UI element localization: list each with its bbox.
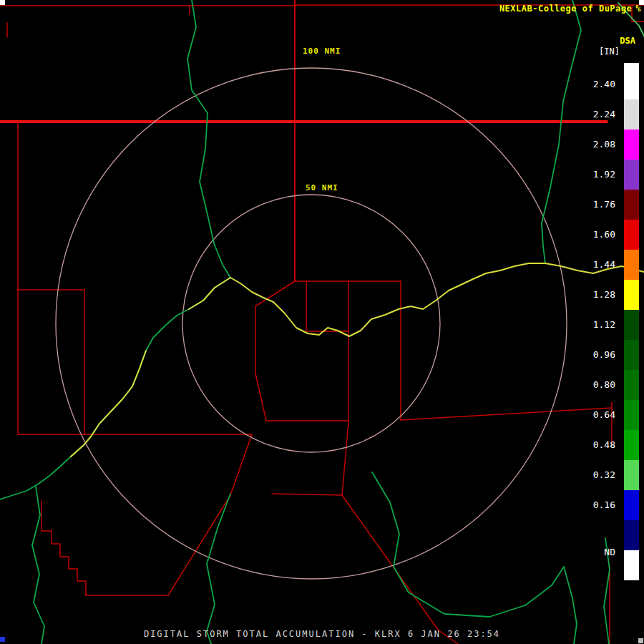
colorbar-segment <box>624 310 639 340</box>
site-brand: NEXLAB-College of DuPage% <box>499 4 641 14</box>
county-line <box>342 422 458 644</box>
colorbar-segment <box>624 220 639 250</box>
colorbar-segment <box>624 550 639 580</box>
colorbar-segment <box>624 370 639 400</box>
range-ring <box>56 68 567 579</box>
colorbar-segment <box>624 280 639 310</box>
colorbar-segment <box>624 190 639 220</box>
colorbar-segment <box>624 130 639 160</box>
colorbar-segment <box>624 63 639 99</box>
colorbar-segment <box>624 460 639 490</box>
colorbar-value-label: 2.08 <box>562 140 615 150</box>
river <box>32 487 44 644</box>
county-line <box>42 501 86 595</box>
colorbar-value-label: 0.64 <box>562 410 615 420</box>
corner-marker-top-left <box>0 0 5 5</box>
colorbar-segment <box>624 99 639 130</box>
colorbar-value-label: 0.16 <box>562 500 615 510</box>
colorbar-segment <box>624 160 639 190</box>
colorbar-segment <box>624 400 639 430</box>
corner-marker-top-right <box>639 0 644 5</box>
colorbar-value-label: 0.32 <box>562 470 615 480</box>
river <box>372 472 577 644</box>
colorbar-value-label: 0.48 <box>562 440 615 450</box>
colorbar-value-label: 1.92 <box>562 170 615 180</box>
colorbar-value-label: 1.28 <box>562 290 615 300</box>
brand-text: NEXLAB-College of DuPage <box>499 4 632 14</box>
colorbar-segment <box>624 340 639 370</box>
colorbar-value-label: 0.96 <box>562 350 615 360</box>
product-caption: DIGITAL STORM TOTAL ACCUMULATION - KLRX … <box>0 629 644 639</box>
range-ring-label-100nmi: 100 NMI <box>301 47 342 56</box>
colorbar-segment <box>624 430 639 460</box>
colorbar-value-label: 1.76 <box>562 200 615 210</box>
colorbar-value-label: 2.24 <box>562 109 615 119</box>
radar-display: 100 NMI 50 NMI NEXLAB-College of DuPage%… <box>0 0 644 644</box>
colorbar-segment <box>624 520 639 550</box>
colorbar-value-label: 1.44 <box>562 260 615 270</box>
range-ring-label-50nmi: 50 NMI <box>304 183 340 192</box>
range-ring <box>182 195 440 452</box>
corner-marker-bottom-right <box>638 638 643 643</box>
county-line <box>255 281 348 421</box>
major-river <box>71 351 146 457</box>
corner-marker-bottom-left <box>0 637 5 642</box>
county-line <box>306 281 348 331</box>
colorbar-value-label: 1.60 <box>562 230 615 240</box>
product-code-label: DSA <box>620 36 635 46</box>
river <box>187 0 230 278</box>
colorbar-segment <box>624 490 639 520</box>
colorbar-value-label: 0.80 <box>562 380 615 390</box>
river <box>0 278 230 499</box>
colorbar-value-label: 2.40 <box>562 79 615 89</box>
colorbar-segment <box>624 250 639 280</box>
brand-suffix-glyph: % <box>635 4 641 14</box>
county-line <box>18 290 84 434</box>
colorbar-value-label: ND <box>562 547 615 557</box>
county-line <box>86 434 252 595</box>
major-river <box>189 278 230 309</box>
radar-map <box>0 0 644 644</box>
river <box>207 494 230 644</box>
county-line <box>272 494 342 495</box>
river <box>542 0 581 263</box>
colorbar-value-label: 1.12 <box>562 320 615 330</box>
units-label: [IN] <box>599 47 620 57</box>
